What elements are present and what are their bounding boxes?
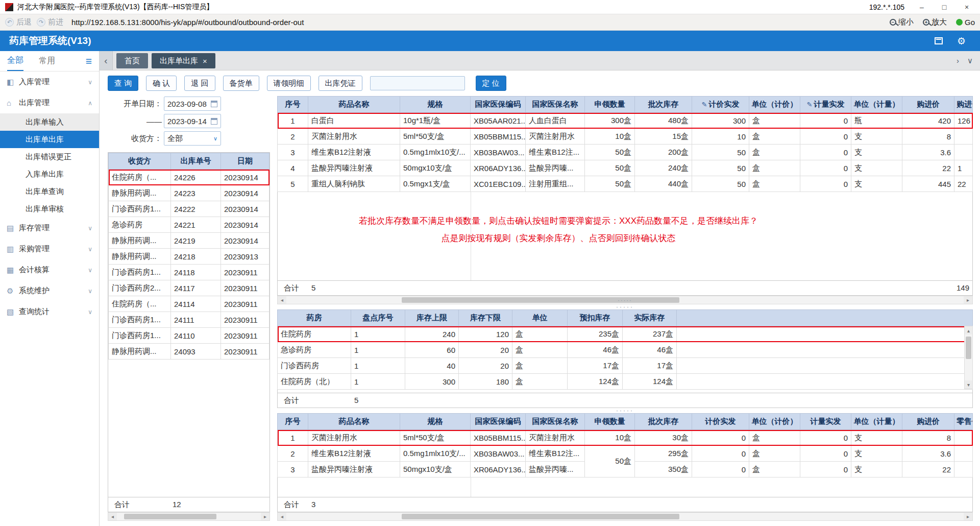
sidebar-item-outbound-mgmt[interactable]: ⌂ 出库管理 ∧: [0, 92, 99, 113]
sidebar-tab-all[interactable]: 全部: [7, 51, 23, 71]
column-header[interactable]: 购进金额: [954, 97, 973, 113]
outbound-voucher-button[interactable]: 出库凭证: [318, 76, 362, 91]
column-header[interactable]: 药品名称: [308, 97, 400, 113]
sidebar-tab-common[interactable]: 常用: [39, 51, 55, 71]
column-header[interactable]: 批次库存: [635, 414, 692, 430]
column-header[interactable]: 单位（计价）: [749, 414, 800, 430]
locate-button[interactable]: 定 位: [476, 76, 506, 91]
table-row[interactable]: 2灭菌注射用水5ml*50支/盒XB05BBM115...灭菌注射用水10盒15…: [278, 129, 973, 145]
tab-outbound-order-out[interactable]: 出库单出库 ×: [152, 53, 215, 68]
scroll-left-icon[interactable]: ◂: [278, 513, 286, 520]
return-button[interactable]: 退 回: [184, 76, 215, 91]
column-header[interactable]: 出库单号: [171, 153, 221, 170]
horizontal-scrollbar[interactable]: ◂ ····· ▸: [277, 296, 973, 304]
go-button[interactable]: Go: [956, 18, 975, 27]
tab-close-icon[interactable]: ×: [203, 57, 207, 65]
column-header[interactable]: 药品名称: [308, 414, 400, 430]
table-row[interactable]: 静脉用药调...2421820230913: [109, 249, 270, 265]
forward-button[interactable]: ↷ 前进: [37, 17, 63, 27]
column-header[interactable]: 国家医保编码: [471, 97, 526, 113]
sidebar-item-system-maintenance[interactable]: ⚙ 系统维护 ∨: [0, 280, 99, 301]
column-header[interactable]: 申领数量: [585, 97, 635, 113]
column-header[interactable]: 零售价: [954, 414, 973, 430]
table-row[interactable]: 住院药房（北）1300180盒124盒124盒: [278, 374, 973, 390]
table-row[interactable]: 急诊药房16020盒46盒46盒: [278, 342, 973, 358]
horizontal-scrollbar[interactable]: ◂ ▸: [277, 512, 973, 521]
tab-list-icon[interactable]: ∨: [967, 56, 973, 65]
date-to-input[interactable]: 2023-09-14: [164, 114, 221, 128]
requisition-detail-button[interactable]: 请领明细: [267, 76, 311, 91]
window-switch-icon[interactable]: [935, 37, 943, 44]
column-header[interactable]: 单位（计量）: [851, 414, 902, 430]
table-row[interactable]: 门诊西药房2...2411720230911: [109, 280, 270, 296]
table-row[interactable]: 门诊西药房1...2411820230911: [109, 265, 270, 280]
sidebar-item-purchase-mgmt[interactable]: ▥ 采购管理 ∨: [0, 238, 99, 259]
sidebar-item-outbound-entry[interactable]: 出库单输入: [0, 113, 99, 131]
confirm-button[interactable]: 确 认: [146, 76, 177, 91]
column-header[interactable]: 实际库存: [623, 310, 677, 326]
column-header[interactable]: 药房: [278, 310, 351, 326]
column-header[interactable]: 国家医保编码: [471, 414, 526, 430]
close-icon[interactable]: ×: [962, 3, 972, 11]
column-header[interactable]: ✎计量实发: [800, 97, 851, 113]
column-header[interactable]: 国家医保名称: [526, 414, 585, 430]
splitter-handle[interactable]: ·····: [618, 297, 632, 303]
scroll-left-icon[interactable]: ◂: [278, 296, 286, 304]
table-row[interactable]: 门诊西药房1...2411120230911: [109, 312, 270, 328]
table-row[interactable]: 住院药房1240120盒235盒237盒: [278, 326, 973, 342]
table-row[interactable]: 住院药房（...2422620230914: [109, 170, 270, 185]
column-header[interactable]: 计量实发: [800, 414, 851, 430]
column-header[interactable]: 规格: [400, 414, 471, 430]
zoom-out-button[interactable]: − 缩小: [890, 17, 914, 27]
column-header[interactable]: 申领数量: [585, 414, 635, 430]
sidebar-collapse-button[interactable]: ‹: [100, 51, 113, 70]
column-header[interactable]: 单位（计价）: [749, 97, 800, 113]
column-header[interactable]: 库存下限: [459, 310, 512, 326]
column-header[interactable]: 批次库存: [635, 97, 692, 113]
column-header[interactable]: ✎计价实发: [692, 97, 749, 113]
column-header[interactable]: 单位（计量）: [851, 97, 902, 113]
table-row[interactable]: 门诊西药房1...2411020230911: [109, 328, 270, 344]
calendar-icon[interactable]: [211, 118, 217, 125]
vertical-scrollbar[interactable]: ▴ ▾: [964, 326, 973, 389]
column-header[interactable]: 日期: [221, 153, 270, 170]
pane-splitter[interactable]: ·····: [277, 408, 973, 413]
column-header[interactable]: 序号: [278, 414, 308, 430]
tab-scroll-right-icon[interactable]: ›: [957, 56, 959, 65]
table-row[interactable]: 静脉用药调...2409320230911: [109, 344, 270, 360]
table-row[interactable]: 1灭菌注射用水5ml*50支/盒XB05BBM115...灭菌注射用水10盒30…: [278, 430, 973, 446]
minimize-icon[interactable]: –: [917, 3, 927, 11]
table-row[interactable]: 门诊西药房14020盒17盒17盒: [278, 358, 973, 374]
table-row[interactable]: 5重组人脑利钠肽0.5mgx1支/盒XC01EBC109...注射用重组...5…: [278, 176, 973, 192]
table-row[interactable]: 急诊药房2422120230914: [109, 217, 270, 233]
restore-icon[interactable]: □: [939, 3, 949, 11]
column-header[interactable]: 规格: [400, 97, 471, 113]
table-row[interactable]: 1白蛋白10g*1瓶/盒XB05AAR021...人血白蛋白300盒480盒30…: [278, 113, 973, 129]
date-from-input[interactable]: 2023-09-08: [164, 97, 221, 111]
receiver-select[interactable]: 全部 ∨: [164, 131, 221, 146]
back-button[interactable]: ↶ 后退: [5, 17, 32, 27]
table-row[interactable]: 静脉用药调...2421920230914: [109, 233, 270, 249]
pane-splitter[interactable]: ·····: [277, 304, 973, 309]
column-header[interactable]: 盘点序号: [351, 310, 405, 326]
column-header[interactable]: 购进价: [902, 97, 954, 113]
horizontal-scrollbar[interactable]: ◂ ▸: [108, 512, 270, 521]
column-header[interactable]: 购进价: [902, 414, 954, 430]
table-row[interactable]: 2维生素B12注射液0.5mg1mlx10支/...XB03BAW03...维生…: [278, 446, 973, 462]
sidebar-item-outbound-out[interactable]: 出库单出库: [0, 131, 99, 148]
address-url[interactable]: http://192.168.5.131:8000/his-yk/app/#/o…: [71, 18, 304, 27]
zoom-in-button[interactable]: + 放大: [923, 17, 947, 27]
table-row[interactable]: 住院药房（...2411420230911: [109, 296, 270, 312]
scroll-right-icon[interactable]: ▸: [964, 296, 972, 304]
column-header[interactable]: 单位: [512, 310, 568, 326]
scroll-right-icon[interactable]: ▸: [964, 513, 972, 520]
sidebar-item-inbound-mgmt[interactable]: ◧ 入库管理 ∨: [0, 71, 99, 92]
stock-list-button[interactable]: 备货单: [223, 76, 259, 91]
menu-icon[interactable]: ≡: [86, 55, 92, 67]
column-header[interactable]: 库存上限: [405, 310, 459, 326]
scroll-down-icon[interactable]: ▾: [965, 380, 972, 389]
scroll-up-icon[interactable]: ▴: [965, 326, 972, 334]
column-header[interactable]: 计价实发: [692, 414, 749, 430]
tab-home[interactable]: 首页: [116, 53, 148, 68]
sidebar-item-outbound-query[interactable]: 出库单查询: [0, 183, 99, 200]
